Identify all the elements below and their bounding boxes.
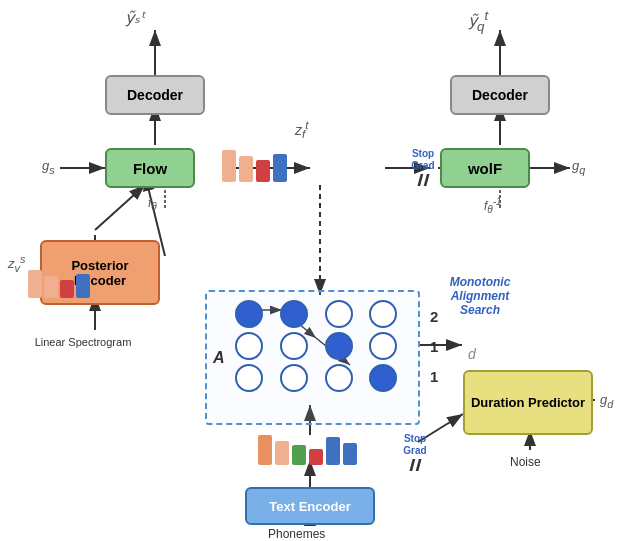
gq-label: gq	[572, 158, 585, 176]
cell-1-0	[235, 332, 263, 360]
cell-0-2	[325, 300, 353, 328]
ytilde-q-label: ỹqt	[468, 8, 488, 34]
ftheta-inv-label: fθ-1	[484, 196, 502, 215]
zf-label: zft	[295, 118, 309, 140]
cell-1-2	[325, 332, 353, 360]
architecture-diagram: ỹₛᵗ ỹqt Decoder Decoder Flow wolF gs gq …	[0, 0, 640, 541]
cell-0-1	[280, 300, 308, 328]
cell-2-1	[280, 364, 308, 392]
zv-rects	[28, 270, 90, 298]
cell-1-3	[369, 332, 397, 360]
cell-2-2	[325, 364, 353, 392]
cell-2-0	[235, 364, 263, 392]
cell-0-3	[369, 300, 397, 328]
gs-label: gs	[42, 158, 55, 176]
matrix-a-label: A	[213, 349, 225, 367]
text-encoder: Text Encoder	[245, 487, 375, 525]
phonemes-label: Phonemes	[268, 527, 325, 541]
matrix-grid	[207, 292, 418, 400]
cell-2-3	[369, 364, 397, 392]
ytilde-s-label: ỹₛᵗ	[125, 8, 145, 27]
flow-forward: Flow	[105, 148, 195, 188]
duration-predictor: Duration Predictor	[463, 370, 593, 435]
zf-rects-left	[222, 150, 287, 182]
decoder-right: Decoder	[450, 75, 550, 115]
duration-counts: 2 1 1	[430, 302, 438, 392]
noise-label: Noise	[510, 455, 541, 469]
decoder-left: Decoder	[105, 75, 205, 115]
gd-label: gd	[600, 392, 613, 410]
stop-grad-top: StopGrad //	[398, 150, 448, 188]
alignment-matrix: A	[205, 290, 420, 425]
zv-label: zvs	[8, 253, 25, 274]
flow-inverse: wolF	[440, 148, 530, 188]
stop-grad-bottom: StopGrad //	[385, 435, 445, 473]
bottom-rects	[258, 435, 357, 465]
d-label: d	[468, 346, 476, 362]
cell-0-0	[235, 300, 263, 328]
linear-spectrogram-label: Linear Spectrogram	[28, 336, 138, 348]
cell-1-1	[280, 332, 308, 360]
ftheta-label: fθ	[148, 196, 157, 212]
svg-line-10	[95, 185, 145, 230]
